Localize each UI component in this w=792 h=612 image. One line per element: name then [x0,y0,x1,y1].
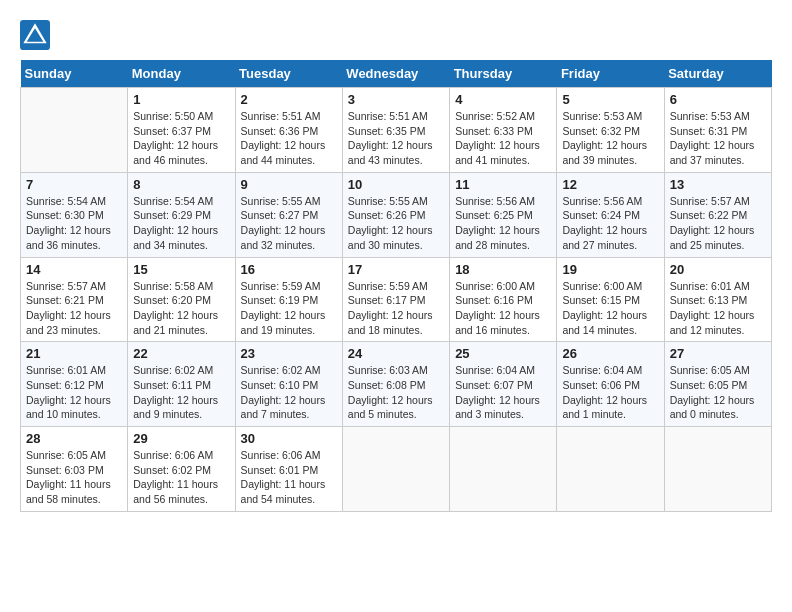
weekday-thursday: Thursday [450,60,557,88]
calendar-cell: 13Sunrise: 5:57 AM Sunset: 6:22 PM Dayli… [664,172,771,257]
day-detail: Sunrise: 5:51 AM Sunset: 6:35 PM Dayligh… [348,109,444,168]
weekday-tuesday: Tuesday [235,60,342,88]
day-number: 2 [241,92,337,107]
day-number: 17 [348,262,444,277]
calendar-cell: 15Sunrise: 5:58 AM Sunset: 6:20 PM Dayli… [128,257,235,342]
day-detail: Sunrise: 6:02 AM Sunset: 6:10 PM Dayligh… [241,363,337,422]
calendar-cell: 11Sunrise: 5:56 AM Sunset: 6:25 PM Dayli… [450,172,557,257]
day-number: 21 [26,346,122,361]
day-detail: Sunrise: 6:04 AM Sunset: 6:07 PM Dayligh… [455,363,551,422]
day-detail: Sunrise: 5:55 AM Sunset: 6:26 PM Dayligh… [348,194,444,253]
day-detail: Sunrise: 6:05 AM Sunset: 6:05 PM Dayligh… [670,363,766,422]
calendar-week-5: 28Sunrise: 6:05 AM Sunset: 6:03 PM Dayli… [21,427,772,512]
calendar-cell: 17Sunrise: 5:59 AM Sunset: 6:17 PM Dayli… [342,257,449,342]
calendar-cell: 5Sunrise: 5:53 AM Sunset: 6:32 PM Daylig… [557,88,664,173]
day-number: 4 [455,92,551,107]
calendar-cell: 27Sunrise: 6:05 AM Sunset: 6:05 PM Dayli… [664,342,771,427]
day-detail: Sunrise: 5:56 AM Sunset: 6:25 PM Dayligh… [455,194,551,253]
calendar-cell: 24Sunrise: 6:03 AM Sunset: 6:08 PM Dayli… [342,342,449,427]
weekday-wednesday: Wednesday [342,60,449,88]
weekday-friday: Friday [557,60,664,88]
day-detail: Sunrise: 5:53 AM Sunset: 6:32 PM Dayligh… [562,109,658,168]
day-detail: Sunrise: 5:57 AM Sunset: 6:22 PM Dayligh… [670,194,766,253]
day-detail: Sunrise: 5:50 AM Sunset: 6:37 PM Dayligh… [133,109,229,168]
day-detail: Sunrise: 5:58 AM Sunset: 6:20 PM Dayligh… [133,279,229,338]
calendar-body: 1Sunrise: 5:50 AM Sunset: 6:37 PM Daylig… [21,88,772,512]
day-number: 15 [133,262,229,277]
day-detail: Sunrise: 6:01 AM Sunset: 6:12 PM Dayligh… [26,363,122,422]
day-number: 20 [670,262,766,277]
day-detail: Sunrise: 5:54 AM Sunset: 6:30 PM Dayligh… [26,194,122,253]
day-number: 13 [670,177,766,192]
calendar-cell [557,427,664,512]
calendar-cell: 4Sunrise: 5:52 AM Sunset: 6:33 PM Daylig… [450,88,557,173]
day-number: 28 [26,431,122,446]
day-detail: Sunrise: 6:00 AM Sunset: 6:16 PM Dayligh… [455,279,551,338]
page-header [20,20,772,50]
calendar-cell: 29Sunrise: 6:06 AM Sunset: 6:02 PM Dayli… [128,427,235,512]
day-number: 3 [348,92,444,107]
day-detail: Sunrise: 5:59 AM Sunset: 6:17 PM Dayligh… [348,279,444,338]
calendar-cell: 20Sunrise: 6:01 AM Sunset: 6:13 PM Dayli… [664,257,771,342]
day-number: 26 [562,346,658,361]
calendar-cell: 8Sunrise: 5:54 AM Sunset: 6:29 PM Daylig… [128,172,235,257]
day-detail: Sunrise: 5:55 AM Sunset: 6:27 PM Dayligh… [241,194,337,253]
calendar-cell: 28Sunrise: 6:05 AM Sunset: 6:03 PM Dayli… [21,427,128,512]
calendar-cell: 23Sunrise: 6:02 AM Sunset: 6:10 PM Dayli… [235,342,342,427]
weekday-saturday: Saturday [664,60,771,88]
day-detail: Sunrise: 6:02 AM Sunset: 6:11 PM Dayligh… [133,363,229,422]
day-number: 30 [241,431,337,446]
day-number: 18 [455,262,551,277]
day-detail: Sunrise: 6:01 AM Sunset: 6:13 PM Dayligh… [670,279,766,338]
calendar-cell [342,427,449,512]
day-detail: Sunrise: 5:56 AM Sunset: 6:24 PM Dayligh… [562,194,658,253]
day-detail: Sunrise: 5:53 AM Sunset: 6:31 PM Dayligh… [670,109,766,168]
weekday-header-row: SundayMondayTuesdayWednesdayThursdayFrid… [21,60,772,88]
day-number: 10 [348,177,444,192]
day-number: 27 [670,346,766,361]
day-number: 22 [133,346,229,361]
calendar-cell [21,88,128,173]
calendar-header: SundayMondayTuesdayWednesdayThursdayFrid… [21,60,772,88]
weekday-monday: Monday [128,60,235,88]
calendar-cell: 18Sunrise: 6:00 AM Sunset: 6:16 PM Dayli… [450,257,557,342]
weekday-sunday: Sunday [21,60,128,88]
logo [20,20,54,50]
calendar-cell: 2Sunrise: 5:51 AM Sunset: 6:36 PM Daylig… [235,88,342,173]
day-detail: Sunrise: 6:06 AM Sunset: 6:02 PM Dayligh… [133,448,229,507]
calendar-cell: 25Sunrise: 6:04 AM Sunset: 6:07 PM Dayli… [450,342,557,427]
day-detail: Sunrise: 6:00 AM Sunset: 6:15 PM Dayligh… [562,279,658,338]
day-detail: Sunrise: 6:03 AM Sunset: 6:08 PM Dayligh… [348,363,444,422]
calendar-week-3: 14Sunrise: 5:57 AM Sunset: 6:21 PM Dayli… [21,257,772,342]
day-detail: Sunrise: 5:52 AM Sunset: 6:33 PM Dayligh… [455,109,551,168]
calendar-cell [450,427,557,512]
calendar-cell: 16Sunrise: 5:59 AM Sunset: 6:19 PM Dayli… [235,257,342,342]
calendar-week-4: 21Sunrise: 6:01 AM Sunset: 6:12 PM Dayli… [21,342,772,427]
day-number: 16 [241,262,337,277]
calendar-cell: 14Sunrise: 5:57 AM Sunset: 6:21 PM Dayli… [21,257,128,342]
calendar-cell: 1Sunrise: 5:50 AM Sunset: 6:37 PM Daylig… [128,88,235,173]
calendar-cell: 26Sunrise: 6:04 AM Sunset: 6:06 PM Dayli… [557,342,664,427]
day-number: 23 [241,346,337,361]
calendar-cell: 12Sunrise: 5:56 AM Sunset: 6:24 PM Dayli… [557,172,664,257]
calendar-week-2: 7Sunrise: 5:54 AM Sunset: 6:30 PM Daylig… [21,172,772,257]
day-detail: Sunrise: 5:51 AM Sunset: 6:36 PM Dayligh… [241,109,337,168]
calendar-cell: 6Sunrise: 5:53 AM Sunset: 6:31 PM Daylig… [664,88,771,173]
calendar-cell: 19Sunrise: 6:00 AM Sunset: 6:15 PM Dayli… [557,257,664,342]
calendar-cell: 9Sunrise: 5:55 AM Sunset: 6:27 PM Daylig… [235,172,342,257]
calendar-table: SundayMondayTuesdayWednesdayThursdayFrid… [20,60,772,512]
calendar-cell: 22Sunrise: 6:02 AM Sunset: 6:11 PM Dayli… [128,342,235,427]
day-number: 1 [133,92,229,107]
day-number: 29 [133,431,229,446]
day-number: 14 [26,262,122,277]
day-number: 9 [241,177,337,192]
calendar-cell: 10Sunrise: 5:55 AM Sunset: 6:26 PM Dayli… [342,172,449,257]
day-number: 12 [562,177,658,192]
calendar-cell: 7Sunrise: 5:54 AM Sunset: 6:30 PM Daylig… [21,172,128,257]
calendar-cell: 21Sunrise: 6:01 AM Sunset: 6:12 PM Dayli… [21,342,128,427]
day-number: 5 [562,92,658,107]
calendar-week-1: 1Sunrise: 5:50 AM Sunset: 6:37 PM Daylig… [21,88,772,173]
calendar-cell: 3Sunrise: 5:51 AM Sunset: 6:35 PM Daylig… [342,88,449,173]
day-number: 7 [26,177,122,192]
day-detail: Sunrise: 5:54 AM Sunset: 6:29 PM Dayligh… [133,194,229,253]
